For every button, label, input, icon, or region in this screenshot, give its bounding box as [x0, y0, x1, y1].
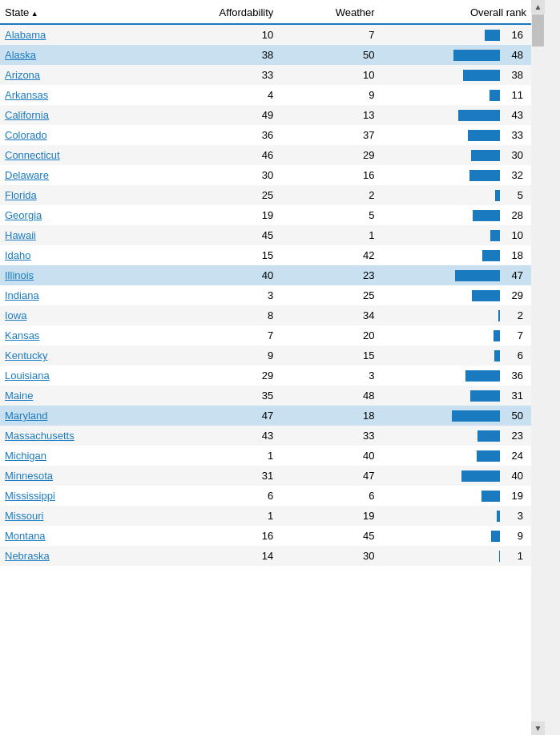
state-cell[interactable]: Alaska	[0, 45, 177, 65]
rank-bar	[458, 110, 500, 121]
rank-number: 1	[503, 550, 523, 562]
weather-cell: 18	[278, 406, 379, 426]
state-cell[interactable]: Kentucky	[0, 345, 177, 365]
affordability-cell: 15	[177, 245, 278, 265]
affordability-cell: 1	[177, 506, 278, 526]
rank-cell: 31	[380, 386, 531, 406]
state-cell[interactable]: Delaware	[0, 165, 177, 185]
scroll-up-button[interactable]: ▲	[531, 0, 545, 14]
state-cell[interactable]: Maine	[0, 386, 177, 406]
affordability-cell: 9	[177, 345, 278, 365]
rank-bar	[477, 450, 500, 462]
state-cell[interactable]: Maryland	[0, 406, 177, 426]
rank-number: 48	[503, 49, 523, 61]
affordability-cell: 31	[177, 466, 278, 486]
state-cell[interactable]: Georgia	[0, 205, 177, 225]
table-row: Illinois402347	[0, 265, 531, 285]
weather-cell: 29	[278, 145, 379, 165]
affordability-cell: 6	[177, 486, 278, 506]
weather-cell: 6	[278, 486, 379, 506]
state-cell[interactable]: Louisiana	[0, 365, 177, 386]
state-cell[interactable]: Mississippi	[0, 486, 177, 506]
state-cell[interactable]: Illinois	[0, 265, 177, 285]
rank-cell: 30	[380, 145, 531, 165]
weather-header[interactable]: Weather	[278, 0, 379, 24]
rank-cell: 28	[380, 205, 531, 225]
state-cell[interactable]: Iowa	[0, 305, 177, 325]
overall-rank-header[interactable]: Overall rank	[380, 0, 531, 24]
rank-bar	[477, 430, 500, 442]
rank-number: 19	[503, 490, 523, 502]
affordability-cell: 3	[177, 285, 278, 305]
scrollbar[interactable]: ▲ ▼	[531, 0, 545, 735]
rank-cell: 7	[380, 325, 531, 345]
state-header[interactable]: State	[0, 0, 177, 24]
state-cell[interactable]: Connecticut	[0, 145, 177, 165]
affordability-cell: 8	[177, 305, 278, 325]
weather-cell: 10	[278, 65, 379, 85]
rank-number: 50	[503, 410, 523, 422]
weather-cell: 1	[278, 225, 379, 245]
affordability-header[interactable]: Affordability	[177, 0, 278, 24]
state-cell[interactable]: Florida	[0, 185, 177, 205]
table-row: Louisiana29336	[0, 365, 531, 386]
table-row: Georgia19528	[0, 205, 531, 225]
weather-cell: 25	[278, 285, 379, 305]
rank-cell: 6	[380, 345, 531, 365]
affordability-cell: 16	[177, 526, 278, 546]
state-cell[interactable]: Montana	[0, 526, 177, 546]
rank-bar	[485, 30, 500, 41]
affordability-cell: 38	[177, 45, 278, 65]
state-cell[interactable]: Alabama	[0, 24, 177, 45]
rank-number: 2	[503, 309, 523, 321]
table-row: California491343	[0, 105, 531, 125]
state-cell[interactable]: Minnesota	[0, 466, 177, 486]
weather-cell: 37	[278, 125, 379, 145]
table-row: Nebraska14301	[0, 546, 531, 566]
rank-cell: 36	[380, 365, 531, 386]
rank-cell: 33	[380, 125, 531, 145]
rank-bar	[465, 370, 500, 382]
rank-number: 9	[503, 530, 523, 542]
scroll-down-button[interactable]: ▼	[531, 721, 545, 735]
affordability-cell: 43	[177, 426, 278, 446]
rank-bar	[494, 330, 500, 341]
affordability-cell: 35	[177, 386, 278, 406]
affordability-cell: 29	[177, 365, 278, 386]
state-cell[interactable]: California	[0, 105, 177, 125]
weather-cell: 42	[278, 245, 379, 265]
affordability-cell: 46	[177, 145, 278, 165]
affordability-cell: 14	[177, 546, 278, 566]
weather-cell: 50	[278, 45, 379, 65]
rank-number: 47	[503, 269, 523, 281]
rank-bar	[490, 230, 500, 241]
affordability-cell: 7	[177, 325, 278, 345]
scrollbar-thumb[interactable]	[532, 14, 544, 46]
weather-cell: 20	[278, 325, 379, 345]
state-cell[interactable]: Colorado	[0, 125, 177, 145]
rank-bar	[472, 290, 500, 301]
weather-cell: 5	[278, 205, 379, 225]
state-cell[interactable]: Indiana	[0, 285, 177, 305]
state-cell[interactable]: Kansas	[0, 325, 177, 345]
state-cell[interactable]: Idaho	[0, 245, 177, 265]
affordability-cell: 25	[177, 185, 278, 205]
rank-number: 24	[503, 450, 523, 462]
state-cell[interactable]: Hawaii	[0, 225, 177, 245]
state-cell[interactable]: Arizona	[0, 65, 177, 85]
state-cell[interactable]: Missouri	[0, 506, 177, 526]
state-cell[interactable]: Arkansas	[0, 85, 177, 105]
rank-cell: 48	[380, 45, 531, 65]
rank-cell: 11	[380, 85, 531, 105]
rank-bar	[497, 511, 500, 522]
rank-bar	[453, 50, 500, 61]
state-cell[interactable]: Massachusetts	[0, 426, 177, 446]
table-row: Connecticut462930	[0, 145, 531, 165]
state-cell[interactable]: Michigan	[0, 446, 177, 466]
state-cell[interactable]: Nebraska	[0, 546, 177, 566]
data-table: State Affordability Weather Overall rank…	[0, 0, 531, 566]
affordability-cell: 49	[177, 105, 278, 125]
scrollbar-track[interactable]	[531, 14, 545, 735]
table-row: Maryland471850	[0, 406, 531, 426]
weather-cell: 23	[278, 265, 379, 285]
